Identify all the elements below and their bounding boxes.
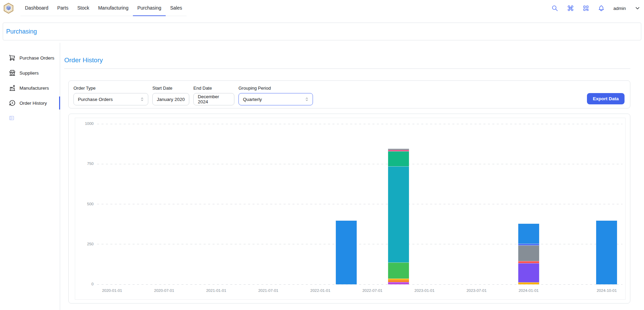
filter-grouping-period: Grouping Period Quarterly <box>238 86 313 108</box>
tab-purchasing[interactable]: Purchasing <box>133 0 166 16</box>
bar-segment-2022-10-01[interactable] <box>388 150 409 151</box>
filter-order-type: Order Type Purchase Orders <box>73 86 148 108</box>
x-axis-tick-label: 2020-01-01 <box>93 288 131 293</box>
tab-stock[interactable]: Stock <box>73 0 94 16</box>
history-icon <box>9 100 16 106</box>
bar-segment-2024-01-01[interactable] <box>518 282 539 284</box>
tab-sales[interactable]: Sales <box>166 0 187 16</box>
y-axis-tick-label: 250 <box>75 242 94 246</box>
bar-segment-2024-01-01[interactable] <box>518 263 539 282</box>
breadcrumb-purchasing-link[interactable]: Purchasing <box>6 28 37 35</box>
x-axis-tick-label: 2024-10-01 <box>588 288 626 293</box>
sidebar-item-order-history[interactable]: Order History <box>0 97 60 109</box>
x-axis-tick-label: 2021-01-01 <box>197 288 235 293</box>
header-actions: ⌘ admin <box>551 0 644 16</box>
factory-icon <box>9 85 16 91</box>
bar-segment-2022-10-01[interactable] <box>388 280 409 282</box>
top-navigation: Dashboard Parts Stock Manufacturing Purc… <box>0 0 644 16</box>
filter-label: Order Type <box>73 86 148 91</box>
sidebar: Purchase Orders Suppliers Manufacturers <box>0 40 60 310</box>
gridline-y-1000 <box>97 124 622 124</box>
y-axis-tick-label: 1000 <box>75 121 94 126</box>
y-axis-tick-label: 750 <box>75 162 94 166</box>
chart-card: 100075050025002020-01-012020-07-012021-0… <box>68 114 630 303</box>
bar-segment-2022-10-01[interactable] <box>388 282 409 284</box>
bar-segment-2022-04-01[interactable] <box>336 221 357 284</box>
inventree-logo-icon <box>3 2 14 14</box>
building-store-icon <box>9 69 16 76</box>
breadcrumb: Purchasing <box>3 23 641 40</box>
main-tabs: Dashboard Parts Stock Manufacturing Purc… <box>20 0 187 16</box>
page-title: Order History <box>64 56 630 64</box>
gridline-y-750 <box>97 164 622 164</box>
start-date-input[interactable]: January 2020 <box>152 93 189 105</box>
sidebar-collapse-icon[interactable] <box>9 115 14 121</box>
start-date-value: January 2020 <box>157 97 185 102</box>
bar-segment-2022-10-01[interactable] <box>388 166 409 262</box>
bar-segment-2024-01-01[interactable] <box>518 261 539 263</box>
bar-segment-2022-10-01[interactable] <box>388 279 409 280</box>
bar-segment-2024-10-01[interactable] <box>596 221 617 284</box>
bar-segment-2024-01-01[interactable] <box>518 245 539 261</box>
y-axis-tick-label: 500 <box>75 202 94 206</box>
shopping-cart-icon <box>9 54 16 61</box>
filter-start-date: Start Date January 2020 <box>152 86 189 108</box>
qrcode-icon[interactable] <box>583 5 589 12</box>
sidebar-item-purchase-orders[interactable]: Purchase Orders <box>0 52 60 64</box>
tab-parts[interactable]: Parts <box>53 0 73 16</box>
x-axis-tick-label: 2023-07-01 <box>458 288 495 293</box>
sidebar-item-manufacturers[interactable]: Manufacturers <box>0 82 60 94</box>
end-date-value: December 2024 <box>198 94 231 104</box>
bar-segment-2022-10-01[interactable] <box>388 262 409 279</box>
x-axis-tick-label: 2023-01-01 <box>406 288 443 293</box>
sidebar-item-label: Suppliers <box>19 70 39 76</box>
bar-segment-2022-10-01[interactable] <box>388 151 409 166</box>
bar-segment-2024-01-01[interactable] <box>518 244 539 245</box>
search-icon[interactable] <box>551 5 558 12</box>
export-data-button[interactable]: Export Data <box>587 93 625 104</box>
filter-end-date: End Date December 2024 <box>193 86 234 108</box>
tab-manufacturing[interactable]: Manufacturing <box>94 0 133 16</box>
filter-label: Grouping Period <box>238 86 313 91</box>
sidebar-item-label: Manufacturers <box>19 86 49 91</box>
end-date-input[interactable]: December 2024 <box>193 93 234 105</box>
x-axis-tick-label: 2021-07-01 <box>249 288 287 293</box>
sidebar-active-indicator <box>59 96 60 109</box>
tab-dashboard[interactable]: Dashboard <box>20 0 53 16</box>
sidebar-item-label: Purchase Orders <box>19 55 54 61</box>
main-content: Order History Order Type Purchase Orders… <box>60 40 644 310</box>
chevron-down-icon[interactable] <box>634 5 641 11</box>
app-logo[interactable] <box>3 2 14 14</box>
selector-icon <box>140 97 145 102</box>
sidebar-item-label: Order History <box>19 101 47 106</box>
x-axis-tick-label: 2022-01-01 <box>302 288 339 293</box>
x-axis-tick-label: 2022-07-01 <box>354 288 391 293</box>
filter-label: Start Date <box>152 86 189 91</box>
grouping-period-value: Quarterly <box>243 97 262 102</box>
selector-icon <box>304 97 309 102</box>
order-type-select[interactable]: Purchase Orders <box>73 93 148 105</box>
gridline-y-250 <box>97 244 622 244</box>
command-icon[interactable]: ⌘ <box>567 5 574 12</box>
x-axis-tick-label: 2024-01-01 <box>510 288 547 293</box>
filters-panel: Order Type Purchase Orders Start Date Ja… <box>68 80 630 108</box>
bar-segment-2024-01-01[interactable] <box>518 224 539 244</box>
title-divider <box>64 68 630 69</box>
sidebar-item-suppliers[interactable]: Suppliers <box>0 67 60 79</box>
x-axis-tick-label: 2020-07-01 <box>146 288 183 293</box>
user-menu-admin[interactable]: admin <box>613 6 626 11</box>
gridline-y-500 <box>97 204 622 204</box>
grouping-period-select[interactable]: Quarterly <box>238 93 313 105</box>
y-axis-tick-label: 0 <box>75 282 94 286</box>
bell-icon[interactable] <box>598 5 605 12</box>
order-history-chart[interactable]: 100075050025002020-01-012020-07-012021-0… <box>75 118 625 299</box>
order-type-value: Purchase Orders <box>78 97 113 102</box>
chart-container: 100075050025002020-01-012020-07-012021-0… <box>75 118 626 300</box>
filter-label: End Date <box>193 86 234 91</box>
gridline-y-0 <box>97 284 622 285</box>
bar-segment-2022-10-01[interactable] <box>388 149 409 150</box>
